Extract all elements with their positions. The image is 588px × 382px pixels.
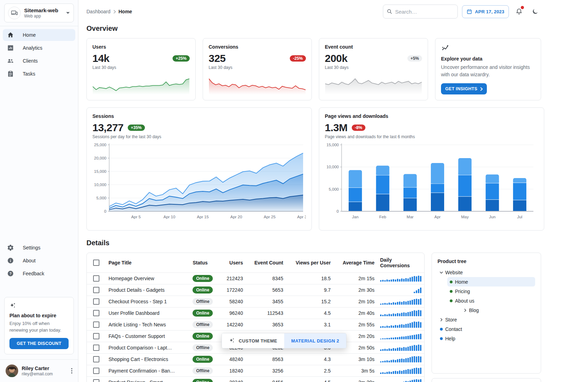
notifications-button[interactable] <box>513 6 525 17</box>
page-title-cell: Product Comparison - Lapt… <box>106 342 190 354</box>
details-table-card: Page TitleStatusUsersEvent CountViews pe… <box>86 253 425 382</box>
search-box <box>383 5 458 19</box>
page-title-cell: Product Reviews - Smart… <box>106 377 190 382</box>
row-checkbox[interactable] <box>93 356 99 362</box>
column-header-views-per-user[interactable]: Views per User <box>286 253 334 273</box>
value-cell: 2m 40s <box>334 307 377 319</box>
table-row[interactable]: Payment Confirmation - Ban…Offline182403… <box>87 365 424 377</box>
dark-mode-toggle[interactable] <box>529 6 541 17</box>
value-cell: 3m 20s <box>334 377 377 382</box>
top-bar: Dashboard Home <box>86 0 541 23</box>
tree-item-website[interactable]: Website <box>438 268 535 277</box>
search-input[interactable] <box>395 9 451 15</box>
tree-item-label: Help <box>445 336 455 341</box>
row-checkbox[interactable] <box>93 345 99 351</box>
sidebar-item-home[interactable]: Home <box>3 29 75 41</box>
breadcrumb-dashboard[interactable]: Dashboard <box>86 9 111 14</box>
tree-item-pricing[interactable]: Pricing <box>447 286 535 296</box>
value-cell: 3m 10s <box>334 354 377 365</box>
sidebar-item-settings[interactable]: Settings <box>3 242 75 254</box>
additional-panel <box>432 378 541 382</box>
custom-theme-button[interactable]: CUSTOM THEME <box>222 333 284 348</box>
table-row[interactable]: Shopping Cart - ElectronicsOnline4824085… <box>87 354 424 365</box>
value-cell: 18.5 <box>286 273 334 284</box>
sparkline-chart <box>209 76 306 94</box>
tree-bullet <box>447 290 455 293</box>
table-row[interactable]: Product Details - GadgetsOnline172240565… <box>87 284 424 296</box>
value-cell: 2m 10s <box>334 296 377 307</box>
row-checkbox[interactable] <box>93 310 99 316</box>
table-row[interactable]: User Profile DashboardOnline962401125434… <box>87 307 424 319</box>
page-title-cell: Homepage Overview <box>106 273 190 284</box>
column-header-average-time[interactable]: Average Time <box>334 253 377 273</box>
dot-green-icon <box>450 290 453 293</box>
table-row[interactable]: Homepage OverviewOnline212423834518.52m … <box>87 273 424 284</box>
column-header-status[interactable]: Status <box>190 253 220 273</box>
daily-conversions-sparkbar <box>377 342 424 354</box>
svg-text:5,000: 5,000 <box>96 196 106 200</box>
stat-card-title: Conversions <box>209 44 306 50</box>
sidebar-item-about[interactable]: About <box>3 255 75 267</box>
get-discount-button[interactable]: GET THE DISCOUNT <box>9 338 69 349</box>
row-checkbox[interactable] <box>93 333 99 339</box>
status-badge: Offline <box>192 344 213 351</box>
row-checkbox[interactable] <box>93 275 99 282</box>
sidebar-item-tasks[interactable]: Tasks <box>3 68 75 80</box>
chevron-right-icon <box>438 318 445 322</box>
daily-conversions-sparkbar <box>377 273 424 284</box>
sidebar-item-analytics[interactable]: Analytics <box>3 42 75 54</box>
calendar-icon <box>467 9 472 14</box>
value-cell: 8345 <box>246 273 286 284</box>
sidebar-item-clients[interactable]: Clients <box>3 55 75 67</box>
row-checkbox[interactable] <box>93 287 99 293</box>
daily-conversions-sparkbar <box>377 284 424 296</box>
sessions-value: 13,277 <box>92 122 124 134</box>
sidebar-item-feedback[interactable]: ?Feedback <box>3 268 75 280</box>
pageviews-card: Page views and downloads 1.3M -8% Page v… <box>319 107 544 231</box>
date-picker-button[interactable]: APR 17, 2023 <box>462 5 509 18</box>
table-row[interactable]: Product Reviews - Smart…Online2824094564… <box>87 377 424 382</box>
page-title-cell: Product Details - Gadgets <box>106 284 190 296</box>
row-checkbox[interactable] <box>93 298 99 305</box>
stat-value: 200k <box>325 52 348 64</box>
table-row[interactable]: Article Listing - Tech NewsOffline142240… <box>87 319 424 331</box>
value-cell: 4.5 <box>286 377 334 382</box>
row-checkbox[interactable] <box>93 321 99 328</box>
dot-blue-icon <box>440 328 443 331</box>
tree-item-label: Store <box>445 317 457 323</box>
user-menu-button[interactable] <box>70 367 74 375</box>
column-header-page-title[interactable]: Page Title <box>106 253 190 273</box>
tree-item-contact[interactable]: Contact <box>438 324 535 334</box>
tree-bullet <box>438 337 445 340</box>
column-header-event-count[interactable]: Event Count <box>246 253 286 273</box>
daily-conversions-sparkbar <box>377 307 424 319</box>
tree-item-about-us[interactable]: About us <box>447 296 535 305</box>
tree-item-store[interactable]: Store <box>438 315 535 324</box>
svg-text:10,000: 10,000 <box>327 165 339 169</box>
get-insights-button[interactable]: GET INSIGHTS <box>441 83 487 94</box>
daily-conversions-sparkbar <box>377 319 424 331</box>
workspace-selector[interactable]: Sitemark-web Web app <box>4 3 74 22</box>
nav-item-label: Settings <box>23 245 41 250</box>
tree-item-blog[interactable]: Blog <box>461 305 535 315</box>
row-checkbox[interactable] <box>93 368 99 374</box>
column-header-users[interactable]: Users <box>220 253 246 273</box>
value-cell: 5653 <box>246 284 286 296</box>
stat-card-title: Users <box>92 44 190 50</box>
column-header-daily-conversions[interactable]: Daily Conversions <box>377 253 424 273</box>
table-row[interactable]: Checkout Process - Step 1Offline58240345… <box>87 296 424 307</box>
tree-item-home[interactable]: Home <box>447 277 535 286</box>
value-cell: 18240 <box>220 365 246 377</box>
tree-item-label: Contact <box>445 326 462 332</box>
row-checkbox[interactable] <box>93 379 99 382</box>
select-all-checkbox[interactable] <box>93 260 99 266</box>
tree-item-help[interactable]: Help <box>438 334 535 343</box>
notification-badge <box>521 6 524 9</box>
tree-item-label: About us <box>455 298 474 304</box>
svg-text:May: May <box>461 215 469 219</box>
material-design-2-button[interactable]: MATERIAL DESIGN 2 <box>284 333 346 348</box>
value-cell: 172240 <box>220 284 246 296</box>
nav-item-label: Tasks <box>23 71 35 77</box>
chevron-down-icon <box>438 270 445 275</box>
nav-item-label: Clients <box>23 58 38 64</box>
